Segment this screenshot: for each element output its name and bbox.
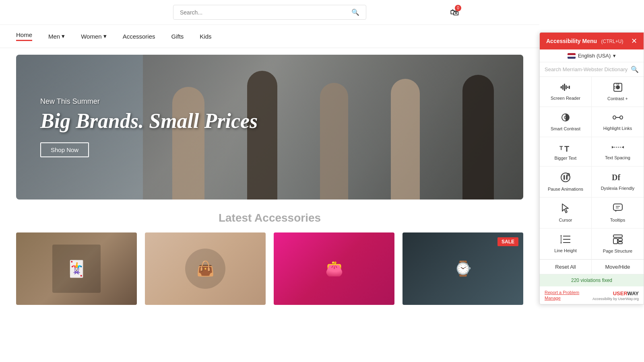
svg-rect-44: [618, 242, 622, 244]
search-icon-a11y[interactable]: 🔍: [631, 66, 639, 73]
screen-reader-label: Screen Reader: [551, 96, 580, 101]
svg-point-8: [616, 85, 620, 89]
svg-rect-43: [618, 239, 622, 241]
accessibility-options-grid: Screen Reader Contrast +: [540, 77, 644, 260]
tooltips-label: Tooltips: [610, 218, 625, 222]
nav-item-kids[interactable]: Kids: [200, 33, 211, 40]
svg-rect-9: [614, 86, 615, 87]
screen-reader-button[interactable]: Screen Reader: [540, 77, 592, 107]
highlight-links-button[interactable]: Highlight Links: [592, 107, 644, 137]
nav-item-men[interactable]: Men ▾: [48, 33, 65, 40]
pause-animations-label: Pause Animations: [548, 187, 583, 191]
svg-rect-24: [564, 175, 565, 180]
svg-rect-10: [614, 88, 615, 88]
svg-marker-40: [560, 243, 562, 244]
language-label: English (USA): [578, 53, 611, 59]
svg-text:T: T: [559, 145, 563, 151]
nav-label-gifts: Gifts: [171, 33, 184, 40]
products-grid: 🃏 👜 👛 ⌚ SALE: [0, 232, 539, 305]
line-height-icon: [560, 234, 571, 246]
cursor-label: Cursor: [559, 218, 572, 222]
svg-rect-2: [564, 84, 565, 91]
nav-item-gifts[interactable]: Gifts: [171, 33, 184, 40]
highlight-links-label: Highlight Links: [603, 126, 632, 131]
svg-marker-39: [560, 235, 562, 236]
accessibility-title-group: Accessibility Menu (CTRL+U): [546, 37, 623, 45]
cursor-icon: [561, 203, 570, 215]
sale-badge: SALE: [497, 237, 518, 246]
pause-animations-icon: [560, 172, 571, 184]
manage-link[interactable]: Manage: [545, 296, 579, 300]
page-structure-icon: [613, 234, 623, 246]
contrast-plus-button[interactable]: Contrast +: [592, 77, 644, 107]
svg-rect-41: [613, 235, 622, 237]
dyslexia-friendly-button[interactable]: Df Dyslexia Friendly: [592, 167, 644, 197]
svg-rect-42: [613, 239, 617, 244]
hero-subtitle: New This Summer: [40, 97, 258, 106]
smart-contrast-icon: [561, 113, 570, 124]
svg-rect-16: [620, 116, 623, 119]
report-problem-link[interactable]: Report a Problem: [545, 290, 579, 295]
svg-rect-11: [617, 84, 617, 85]
accessibility-links: Report a Problem Manage: [545, 290, 579, 300]
close-button[interactable]: ✕: [631, 37, 637, 45]
svg-rect-25: [566, 175, 568, 180]
search-input[interactable]: [180, 9, 351, 16]
tooltips-icon: [613, 203, 623, 215]
smart-contrast-label: Smart Contrast: [551, 126, 580, 131]
svg-marker-22: [622, 146, 624, 148]
shop-now-button[interactable]: Shop Now: [40, 142, 89, 157]
header: 🔍 🛍 0: [0, 0, 539, 25]
page-structure-button[interactable]: Page Structure: [592, 228, 644, 259]
accessibility-title: Accessibility Menu: [546, 38, 597, 44]
svg-rect-1: [562, 85, 564, 90]
svg-rect-0: [561, 86, 562, 88]
dyslexia-friendly-icon: Df: [612, 173, 624, 183]
hero-title: Big Brands. Small Prices: [40, 109, 258, 133]
search-bar: 🔍: [173, 5, 366, 20]
brand-name: USERWAY: [613, 290, 639, 296]
cart-container: 🛍 0: [450, 7, 459, 18]
product-card-3[interactable]: 👛: [274, 232, 394, 305]
tooltips-button[interactable]: Tooltips: [592, 197, 644, 228]
move-hide-button[interactable]: Move/Hide: [592, 260, 644, 274]
accessibility-bottom: Report a Problem Manage USERWAY Accessib…: [540, 286, 644, 304]
nav-item-accessories[interactable]: Accessories: [123, 33, 155, 40]
dyslexia-friendly-label: Dyslexia Friendly: [601, 186, 635, 191]
svg-rect-12: [618, 84, 619, 85]
pause-animations-button[interactable]: Pause Animations: [540, 167, 592, 197]
page-structure-label: Page Structure: [603, 249, 632, 253]
svg-rect-15: [613, 116, 616, 119]
search-icon[interactable]: 🔍: [351, 8, 359, 16]
chevron-down-icon-women: ▾: [103, 33, 107, 40]
dictionary-search-input[interactable]: [545, 66, 631, 72]
svg-text:T: T: [564, 144, 569, 152]
line-height-label: Line Height: [554, 248, 577, 253]
cart-button[interactable]: 🛍 0: [450, 7, 459, 18]
violations-count: 220 violations fixed: [540, 274, 644, 286]
contrast-plus-label: Contrast +: [607, 96, 628, 101]
product-card-1[interactable]: 🃏: [16, 232, 137, 305]
nav-item-women[interactable]: Women ▾: [81, 33, 106, 40]
svg-marker-21: [612, 146, 614, 148]
bigger-text-button[interactable]: T T Bigger Text: [540, 137, 592, 167]
svg-rect-5: [569, 86, 570, 89]
chevron-down-icon: ▾: [62, 33, 65, 40]
nav-label-home: Home: [16, 31, 32, 38]
language-selector[interactable]: English (USA) ▾: [540, 49, 644, 62]
line-height-button[interactable]: Line Height: [540, 228, 592, 259]
flag-icon: [568, 53, 576, 59]
smart-contrast-button[interactable]: Smart Contrast: [540, 107, 592, 137]
cart-badge: 0: [455, 5, 461, 11]
product-card-4[interactable]: ⌚ SALE: [402, 232, 523, 305]
text-spacing-label: Text Spacing: [605, 155, 630, 160]
bigger-text-label: Bigger Text: [555, 156, 577, 160]
reset-all-button[interactable]: Reset All: [540, 260, 592, 274]
text-spacing-button[interactable]: Text Spacing: [592, 137, 644, 167]
cursor-button[interactable]: Cursor: [540, 197, 592, 228]
product-card-2[interactable]: 👜: [145, 232, 266, 305]
svg-rect-31: [613, 204, 622, 210]
contrast-plus-icon: [613, 82, 623, 94]
nav-item-home[interactable]: Home: [16, 31, 32, 41]
nav-label-kids: Kids: [200, 33, 211, 40]
